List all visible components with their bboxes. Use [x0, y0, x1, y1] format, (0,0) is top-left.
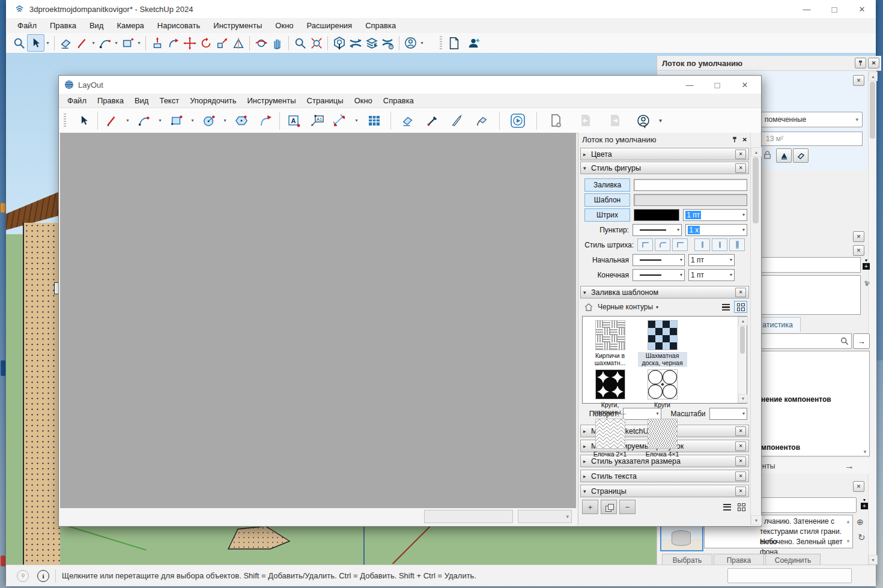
- account-dropdown-icon[interactable]: [657, 117, 664, 124]
- list-scroll-down-icon[interactable]: [863, 449, 867, 455]
- menu-view[interactable]: Вид: [129, 96, 154, 105]
- collapse-icon[interactable]: [583, 289, 591, 296]
- arc-dropdown-icon[interactable]: [113, 40, 120, 46]
- geolocation-icon[interactable]: [17, 570, 29, 582]
- maximize-button[interactable]: □: [703, 76, 731, 94]
- eraser-icon[interactable]: [398, 111, 417, 130]
- rectangle-dropdown-icon[interactable]: [136, 40, 142, 46]
- fill-button[interactable]: Заливка: [584, 178, 630, 192]
- account-icon[interactable]: [402, 35, 419, 51]
- new-document-icon[interactable]: [446, 35, 462, 51]
- menu-edit[interactable]: Правка: [92, 96, 129, 105]
- arc-dropdown-icon[interactable]: [157, 118, 163, 123]
- orbit-icon[interactable]: [253, 35, 269, 51]
- tray-scrollbar[interactable]: [868, 71, 876, 565]
- start-arrow-combo[interactable]: [633, 254, 685, 266]
- rectangle-tool-icon[interactable]: [120, 35, 136, 51]
- split-tool-icon[interactable]: [448, 111, 466, 130]
- list-item[interactable]: мпонентов: [761, 443, 800, 452]
- 3d-warehouse-icon[interactable]: [331, 35, 347, 51]
- close-icon[interactable]: [735, 486, 746, 496]
- menu-tools[interactable]: Инструменты: [207, 21, 269, 30]
- expand-icon[interactable]: [583, 473, 591, 479]
- select-tool-icon[interactable]: [27, 34, 44, 52]
- account-dropdown-icon[interactable]: [419, 40, 425, 46]
- section-shape-style[interactable]: Стиль фигуры: [580, 162, 749, 174]
- expand-icon[interactable]: [583, 151, 591, 157]
- scroll-down-icon[interactable]: [869, 555, 878, 565]
- section-colors[interactable]: Цвета: [580, 148, 749, 160]
- pin-icon[interactable]: [855, 58, 866, 68]
- panel-close-icon[interactable]: [853, 231, 864, 242]
- pan-icon[interactable]: [269, 35, 285, 51]
- grid-view-icon[interactable]: [734, 301, 747, 313]
- menu-file[interactable]: Файл: [11, 21, 43, 30]
- desc-scroll-up-icon[interactable]: [846, 517, 851, 527]
- menu-edit[interactable]: Правка: [43, 21, 83, 30]
- arc-tool-icon[interactable]: [135, 111, 153, 130]
- arc-tool-icon[interactable]: [97, 35, 113, 51]
- close-icon[interactable]: [735, 288, 746, 297]
- menu-extensions[interactable]: Расширения: [300, 21, 359, 30]
- pattern-item[interactable]: Елочка 4×1: [636, 416, 688, 458]
- select-tool-icon[interactable]: [74, 111, 93, 130]
- scroll-down-icon[interactable]: [738, 394, 748, 403]
- move-icon[interactable]: [181, 35, 198, 51]
- open-collection-arrow-icon[interactable]: [845, 461, 854, 471]
- close-icon[interactable]: [735, 163, 746, 173]
- section-pattern-fill[interactable]: Заливка шаблоном: [580, 286, 749, 299]
- text-tool-icon[interactable]: A: [284, 111, 303, 130]
- fill-color-swatch[interactable]: [634, 179, 747, 191]
- join-bevel-icon[interactable]: [672, 238, 688, 251]
- home-icon[interactable]: [584, 303, 593, 311]
- dashes-combo[interactable]: [633, 224, 682, 236]
- start-arrow-size-combo[interactable]: 1 пт: [688, 254, 735, 266]
- close-icon[interactable]: [735, 150, 746, 159]
- component-details-arrow-icon[interactable]: [853, 333, 870, 349]
- pattern-scrollbar[interactable]: [738, 317, 747, 403]
- layout-zoom-select[interactable]: [518, 510, 572, 523]
- push-pull-icon[interactable]: [149, 35, 165, 51]
- dashes-scale-combo[interactable]: 1 x: [685, 224, 747, 236]
- circle-tool-icon[interactable]: [199, 111, 218, 130]
- join-round-icon[interactable]: [655, 238, 670, 251]
- menu-pages[interactable]: Страницы: [302, 96, 349, 105]
- pin-icon[interactable]: [732, 136, 738, 143]
- style-thumbnail[interactable]: [660, 524, 703, 551]
- pattern-item-selected[interactable]: Шахматная доска, черная: [636, 318, 688, 367]
- pattern-item[interactable]: Кирпичи в шахматн...: [584, 318, 636, 367]
- scroll-up-icon[interactable]: [869, 71, 878, 81]
- pages-grid-view-icon[interactable]: [735, 502, 747, 512]
- menu-help[interactable]: Справка: [378, 96, 419, 105]
- panel-close-icon[interactable]: [853, 245, 864, 256]
- circle-dropdown-icon[interactable]: [222, 118, 228, 123]
- table-tool-icon[interactable]: [365, 111, 383, 130]
- polygon-tool-icon[interactable]: [232, 111, 250, 130]
- close-icon[interactable]: [735, 441, 746, 451]
- maximize-button[interactable]: □: [821, 0, 848, 18]
- stroke-button[interactable]: Штрих: [584, 208, 630, 222]
- rectangle-tool-icon[interactable]: [167, 111, 186, 130]
- layout-canvas[interactable]: [60, 133, 576, 508]
- join-miter-icon[interactable]: [637, 238, 653, 251]
- follow-me-icon[interactable]: [165, 35, 181, 51]
- collapse-icon[interactable]: [583, 488, 591, 494]
- layout-measurements-box[interactable]: [424, 510, 513, 523]
- previous-page-icon[interactable]: [576, 111, 595, 130]
- section-pages[interactable]: Страницы: [580, 485, 749, 497]
- style-eyedropper-icon[interactable]: [423, 111, 442, 130]
- add-page-button[interactable]: [582, 500, 598, 514]
- menu-window[interactable]: Окно: [269, 21, 300, 30]
- rotate-icon[interactable]: [198, 35, 214, 51]
- measurements-box[interactable]: [727, 568, 852, 583]
- start-presentation-icon[interactable]: [508, 111, 527, 130]
- update-style-icon[interactable]: [858, 532, 866, 543]
- end-arrow-combo[interactable]: [633, 269, 685, 281]
- expand-icon[interactable]: [583, 458, 591, 464]
- flip-settings-icon[interactable]: [380, 35, 396, 51]
- pattern-button[interactable]: Шаблон: [584, 193, 630, 207]
- pattern-item[interactable]: Круги: [636, 367, 688, 416]
- eraser-icon[interactable]: [58, 35, 74, 51]
- offset-icon[interactable]: [230, 35, 246, 51]
- stroke-width-combo[interactable]: 1 пт: [683, 209, 747, 221]
